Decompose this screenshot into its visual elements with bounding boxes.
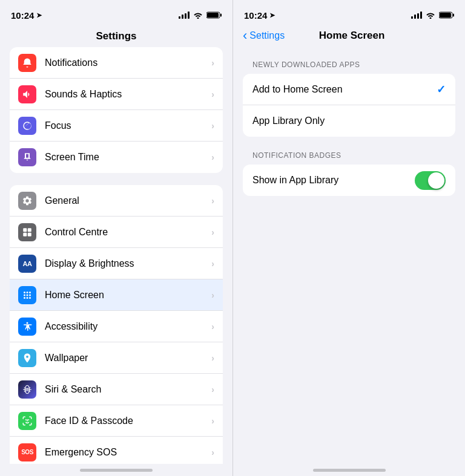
right-signal-icon: [411, 11, 422, 19]
svg-rect-5: [23, 232, 27, 236]
right-nav-bar: ‹ Settings Home Screen: [233, 27, 465, 48]
settings-row-emergency-sos[interactable]: SOS Emergency SOS ›: [10, 437, 223, 464]
settings-row-focus[interactable]: Focus ›: [10, 110, 223, 142]
right-wifi-icon: [426, 11, 435, 19]
add-home-screen-checkmark: ✓: [437, 83, 446, 96]
svg-point-7: [24, 292, 25, 293]
left-status-bar: 10:24 ➤: [0, 0, 232, 27]
notification-badges-card: Show in App Library: [243, 165, 455, 196]
settings-list: Notifications › Sounds & Haptics › Focus…: [0, 47, 232, 464]
faceid-icon: [18, 412, 36, 430]
right-status-bar: 10:24 ➤: [233, 0, 465, 27]
left-home-bar: [80, 469, 153, 472]
focus-chevron: ›: [211, 121, 214, 131]
newly-downloaded-card: Add to Home Screen ✓ App Library Only: [243, 74, 455, 137]
settings-row-notifications[interactable]: Notifications ›: [10, 47, 223, 79]
screentime-label: Screen Time: [45, 152, 211, 163]
settings-row-accessibility[interactable]: Accessibility ›: [10, 311, 223, 342]
svg-point-9: [29, 292, 31, 293]
svg-point-8: [27, 292, 28, 293]
settings-row-control-centre[interactable]: Control Centre ›: [10, 217, 223, 248]
notifications-label: Notifications: [45, 57, 211, 68]
show-app-library-label: Show in App Library: [252, 175, 415, 186]
right-home-bar: [313, 469, 386, 472]
left-status-icons: [179, 11, 222, 19]
control-centre-chevron: ›: [211, 227, 214, 237]
faceid-label: Face ID & Passcode: [45, 416, 211, 426]
svg-point-15: [29, 297, 31, 299]
right-battery-icon: [439, 11, 454, 19]
settings-section-2: General › Control Centre › AA Display & …: [10, 185, 223, 464]
left-home-indicator: [0, 464, 232, 476]
sounds-chevron: ›: [211, 90, 214, 99]
settings-row-wallpaper[interactable]: Wallpaper ›: [10, 342, 223, 374]
focus-label: Focus: [45, 120, 211, 131]
home-screen-label: Home Screen: [45, 290, 211, 301]
screentime-icon: [18, 148, 36, 166]
wallpaper-icon: [18, 349, 36, 367]
svg-point-10: [24, 294, 25, 296]
control-centre-label: Control Centre: [45, 227, 211, 238]
settings-row-faceid[interactable]: Face ID & Passcode ›: [10, 405, 223, 437]
back-button[interactable]: ‹ Settings: [243, 29, 285, 42]
svg-rect-3: [23, 228, 27, 232]
display-chevron: ›: [211, 259, 214, 269]
emergency-sos-icon: SOS: [18, 443, 36, 461]
notifications-icon: [18, 54, 36, 72]
home-screen-icon: [18, 286, 36, 304]
battery-icon: [206, 11, 222, 19]
back-arrow-icon: ‹: [243, 29, 247, 42]
display-icon: AA: [18, 255, 36, 273]
svg-point-16: [27, 322, 28, 324]
signal-icon: [179, 11, 190, 19]
add-home-screen-label: Add to Home Screen: [252, 84, 437, 95]
settings-page-title: Settings: [0, 27, 232, 47]
add-home-screen-row[interactable]: Add to Home Screen ✓: [243, 74, 455, 105]
emergency-sos-label: Emergency SOS: [45, 447, 211, 458]
general-icon: [18, 192, 36, 210]
accessibility-label: Accessibility: [45, 321, 211, 332]
notifications-chevron: ›: [211, 58, 214, 68]
control-centre-icon: [18, 223, 36, 241]
wallpaper-chevron: ›: [211, 353, 214, 363]
right-status-icons: [411, 11, 454, 19]
svg-point-14: [27, 297, 28, 299]
accessibility-icon: [18, 318, 36, 336]
toggle-knob: [428, 172, 444, 189]
home-screen-chevron: ›: [211, 290, 214, 300]
faceid-chevron: ›: [211, 416, 214, 426]
emergency-sos-chevron: ›: [211, 448, 214, 457]
right-location-arrow-icon: ➤: [269, 11, 275, 19]
settings-row-screentime[interactable]: Screen Time ›: [10, 142, 223, 173]
left-phone-panel: 10:24 ➤ Settings: [0, 0, 232, 476]
svg-rect-6: [28, 232, 31, 236]
right-home-indicator: [233, 464, 465, 476]
settings-row-home-screen[interactable]: Home Screen ›: [10, 279, 223, 311]
siri-label: Siri & Search: [45, 384, 211, 395]
home-screen-page-title: Home Screen: [285, 30, 419, 42]
display-label: Display & Brightness: [45, 258, 211, 269]
sounds-label: Sounds & Haptics: [45, 89, 211, 100]
newly-downloaded-header: NEWLY DOWNLOADED APPS: [243, 60, 455, 69]
show-app-library-row[interactable]: Show in App Library: [243, 165, 455, 196]
accessibility-chevron: ›: [211, 322, 214, 331]
svg-rect-32: [440, 13, 451, 18]
settings-row-siri[interactable]: Siri & Search ›: [10, 374, 223, 405]
svg-rect-4: [28, 228, 31, 232]
svg-rect-33: [453, 14, 454, 17]
right-content: NEWLY DOWNLOADED APPS Add to Home Screen…: [233, 48, 465, 464]
location-arrow-icon: ➤: [36, 11, 42, 19]
left-status-time: 10:24 ➤: [11, 10, 42, 21]
show-app-library-toggle[interactable]: [415, 171, 446, 190]
screentime-chevron: ›: [211, 152, 214, 162]
siri-icon: [18, 380, 36, 399]
right-phone-panel: 10:24 ➤ ‹ Settings Home Scree: [232, 0, 465, 476]
svg-rect-1: [207, 13, 219, 18]
sounds-icon: [18, 85, 36, 103]
settings-row-sounds[interactable]: Sounds & Haptics ›: [10, 79, 223, 110]
app-library-only-row[interactable]: App Library Only: [243, 105, 455, 137]
settings-row-general[interactable]: General ›: [10, 185, 223, 217]
svg-point-13: [24, 297, 25, 299]
settings-row-display[interactable]: AA Display & Brightness ›: [10, 248, 223, 279]
notification-badges-header: NOTIFICATION BADGES: [243, 151, 455, 160]
